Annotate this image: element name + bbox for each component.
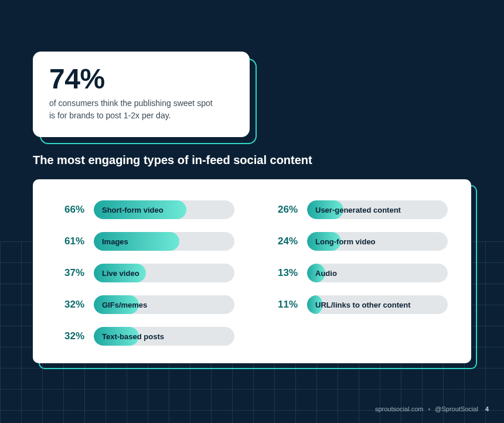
- bar-row: 32% GIFs/memes: [56, 295, 234, 314]
- callout-stat-card: 74% of consumers think the publishing sw…: [33, 52, 250, 137]
- bar-row: 11% URL/links to other content: [270, 295, 448, 314]
- bar-track: User-generated content: [307, 200, 448, 219]
- bar-track: Long-form video: [307, 232, 448, 251]
- bar-percent: 32%: [56, 299, 84, 311]
- bar-track: Short-form video: [94, 200, 234, 219]
- bar-percent: 13%: [270, 267, 298, 279]
- bar-row: 26% User-generated content: [270, 200, 448, 219]
- bar-label: Text-based posts: [102, 327, 164, 346]
- bar-label: Audio: [315, 264, 337, 282]
- bar-track: URL/links to other content: [307, 295, 448, 314]
- bar-column-right: 26% User-generated content 24% Long-form…: [270, 200, 448, 346]
- footer-site: sproutsocial.com: [375, 405, 424, 412]
- bar-label: URL/links to other content: [315, 295, 411, 314]
- bar-label: GIFs/memes: [102, 295, 147, 314]
- bar-track: Live video: [94, 264, 234, 282]
- chart-card: 66% Short-form video 61% Images 37% Live…: [33, 179, 471, 363]
- footer-page-number: 4: [485, 405, 489, 412]
- dot-separator: •: [428, 405, 430, 412]
- footer-handle: @SproutSocial: [435, 405, 478, 412]
- bar-row: 37% Live video: [56, 264, 234, 282]
- bar-percent: 32%: [56, 330, 84, 342]
- callout-stat: 74%: [49, 64, 233, 94]
- section-title: The most engaging types of in-feed socia…: [33, 153, 312, 167]
- bar-track: Audio: [307, 264, 448, 282]
- bar-track: Text-based posts: [94, 327, 234, 346]
- bar-track: Images: [94, 232, 234, 251]
- bar-percent: 26%: [270, 204, 298, 216]
- bar-label: User-generated content: [315, 200, 401, 219]
- bar-row: 61% Images: [56, 232, 234, 251]
- page-footer: sproutsocial.com • @SproutSocial 4: [375, 405, 489, 412]
- bar-column-left: 66% Short-form video 61% Images 37% Live…: [56, 200, 234, 346]
- bar-percent: 37%: [56, 267, 84, 279]
- bar-track: GIFs/memes: [94, 295, 234, 314]
- callout-description: of consumers think the publishing sweet …: [49, 97, 219, 122]
- bar-percent: 66%: [56, 204, 84, 216]
- bar-label: Long-form video: [315, 232, 376, 251]
- bar-label: Images: [102, 232, 128, 251]
- bar-row: 13% Audio: [270, 264, 448, 282]
- bar-percent: 11%: [270, 299, 298, 311]
- bar-label: Short-form video: [102, 200, 164, 219]
- bar-row: 24% Long-form video: [270, 232, 448, 251]
- bar-label: Live video: [102, 264, 139, 282]
- bar-percent: 61%: [56, 236, 84, 247]
- bar-row: 66% Short-form video: [56, 200, 234, 219]
- bar-row: 32% Text-based posts: [56, 327, 234, 346]
- bar-percent: 24%: [270, 236, 298, 247]
